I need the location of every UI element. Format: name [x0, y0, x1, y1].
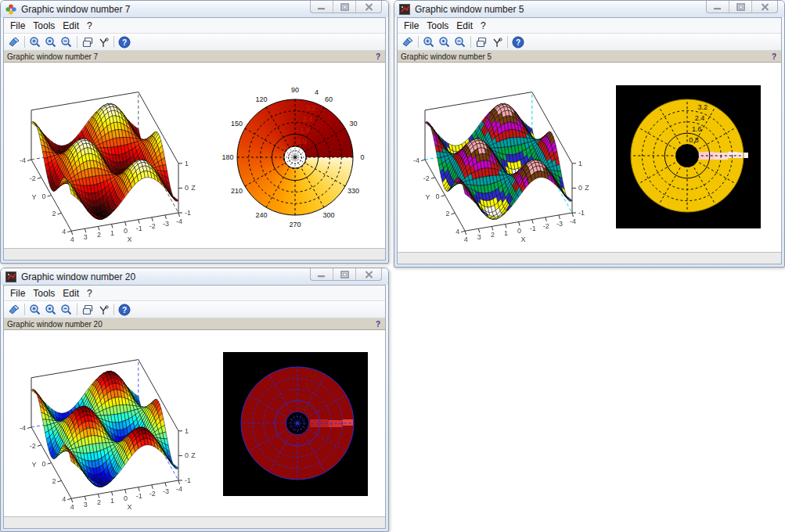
menu-tools[interactable]: Tools: [29, 20, 59, 32]
svg-text:90: 90: [291, 86, 299, 94]
close-button[interactable]: [356, 1, 381, 13]
plot-canvas-area: 0.81.62.43.2: [398, 63, 781, 252]
svg-text:0.8: 0.8: [299, 404, 309, 412]
original-view-icon[interactable]: [43, 302, 59, 317]
maximize-button[interactable]: [333, 1, 356, 13]
copy-figure-icon[interactable]: [80, 302, 95, 317]
toolbar-separator: [113, 304, 114, 315]
window-graphic-20: Graphic window number 20 File Tools Edit…: [0, 268, 389, 532]
svg-text:30: 30: [349, 120, 357, 128]
figure-settings-icon[interactable]: [6, 34, 22, 49]
titlebar[interactable]: Graphic window number 7: [1, 1, 388, 17]
svg-text:3.2: 3.2: [697, 103, 708, 111]
close-button[interactable]: [752, 1, 777, 13]
menubar: File Tools Edit ?: [398, 18, 781, 34]
figure-info-label: Graphic window number 5: [401, 52, 492, 61]
window-controls: [310, 1, 382, 13]
svg-text:300: 300: [322, 211, 334, 219]
figure-settings-icon[interactable]: [6, 302, 22, 317]
menu-help[interactable]: ?: [477, 20, 490, 32]
svg-text:2.4: 2.4: [695, 114, 705, 122]
polar-plot-container: 0.81.62.43.24030609012015018021024027030…: [217, 79, 373, 235]
rotate-axes-icon[interactable]: [95, 34, 111, 49]
toolbar-separator: [470, 36, 471, 48]
svg-text:?: ?: [516, 38, 520, 46]
svg-text:1.6: 1.6: [302, 393, 312, 401]
help-icon[interactable]: ?: [510, 34, 526, 49]
menubar: File Tools Edit ?: [4, 286, 385, 301]
toolbar: ?: [4, 34, 385, 51]
window-title: Graphic window number 7: [21, 4, 130, 15]
svg-text:0.8: 0.8: [689, 136, 699, 144]
help-icon[interactable]: ?: [117, 302, 132, 317]
original-view-icon[interactable]: [43, 34, 59, 49]
toolbar-separator: [507, 36, 508, 48]
maximize-button[interactable]: [729, 1, 752, 13]
menu-help[interactable]: ?: [83, 287, 96, 300]
svg-text:180: 180: [221, 153, 233, 161]
svg-text:150: 150: [231, 120, 243, 128]
window-frame: File Tools Edit ? ? Graphic window numbe…: [3, 17, 386, 261]
svg-text:?: ?: [122, 305, 127, 314]
menu-edit[interactable]: Edit: [59, 20, 83, 32]
svg-text:3.2: 3.2: [306, 104, 316, 112]
close-button[interactable]: [356, 268, 381, 280]
minimize-button[interactable]: [707, 1, 729, 13]
menu-file[interactable]: File: [6, 20, 29, 32]
rotate-axes-icon[interactable]: [489, 34, 505, 49]
toolbar-separator: [24, 304, 25, 315]
svg-text:60: 60: [325, 95, 333, 103]
menu-tools[interactable]: Tools: [29, 287, 59, 300]
zoom-in-icon[interactable]: [421, 34, 437, 49]
statusbar: [398, 252, 781, 264]
zoom-out-icon[interactable]: [59, 34, 74, 49]
window-frame: File Tools Edit ? ? Graphic window numbe…: [3, 285, 386, 529]
copy-figure-icon[interactable]: [474, 34, 489, 49]
polar-plot-container: 0.81.62.43.2: [616, 85, 761, 228]
toolbar-separator: [24, 36, 25, 48]
titlebar[interactable]: Graphic window number 20: [1, 268, 388, 285]
figure-settings-icon[interactable]: [400, 34, 416, 49]
menu-edit[interactable]: Edit: [452, 20, 477, 32]
scilab-figure-icon: [5, 271, 16, 282]
plot-canvas-area: 0.81.62.43.24030609012015018021024027030…: [4, 63, 385, 248]
zoom-out-icon[interactable]: [452, 34, 468, 49]
statusbar: [4, 516, 385, 528]
original-view-icon[interactable]: [437, 34, 452, 49]
svg-text:1.6: 1.6: [692, 125, 702, 133]
menubar: File Tools Edit ?: [4, 18, 385, 34]
plot-canvas-area: 0.81.62.43.2: [4, 330, 385, 516]
menu-edit[interactable]: Edit: [59, 287, 83, 300]
figure-info-label: Graphic window number 7: [7, 52, 98, 61]
menu-file[interactable]: File: [400, 20, 423, 32]
figure-info-bar: Graphic window number 7 ?: [4, 51, 385, 63]
polar-plot-container: 0.81.62.43.2: [223, 352, 368, 496]
figure-info-bar: Graphic window number 5 ?: [398, 51, 781, 63]
copy-figure-icon[interactable]: [80, 34, 95, 49]
info-help-icon: ?: [376, 320, 380, 329]
zoom-in-icon[interactable]: [27, 302, 43, 317]
titlebar[interactable]: Graphic window number 5: [394, 1, 784, 17]
menu-tools[interactable]: Tools: [423, 20, 452, 32]
help-icon[interactable]: ?: [117, 34, 132, 49]
menu-help[interactable]: ?: [83, 20, 96, 32]
figure-info-label: Graphic window number 20: [7, 320, 103, 329]
window-frame: File Tools Edit ? ? Graphic window numbe…: [397, 17, 782, 264]
zoom-out-icon[interactable]: [59, 302, 74, 317]
toolbar: ?: [4, 301, 385, 318]
zoom-in-icon[interactable]: [27, 34, 43, 49]
rotate-axes-icon[interactable]: [95, 302, 111, 317]
svg-text:120: 120: [255, 95, 267, 103]
svg-text:210: 210: [231, 187, 243, 195]
polar-plot: 0.81.62.43.2: [223, 352, 368, 496]
polar-plot: 0.81.62.43.2: [616, 85, 761, 228]
svg-text:3.2: 3.2: [308, 371, 318, 379]
svg-text:0: 0: [360, 153, 364, 161]
svg-text:330: 330: [347, 187, 359, 195]
toolbar-separator: [418, 36, 419, 48]
minimize-button[interactable]: [311, 268, 333, 280]
minimize-button[interactable]: [311, 1, 333, 13]
menu-file[interactable]: File: [6, 287, 29, 300]
maximize-button[interactable]: [333, 268, 356, 280]
surface-plot: [4, 330, 200, 516]
